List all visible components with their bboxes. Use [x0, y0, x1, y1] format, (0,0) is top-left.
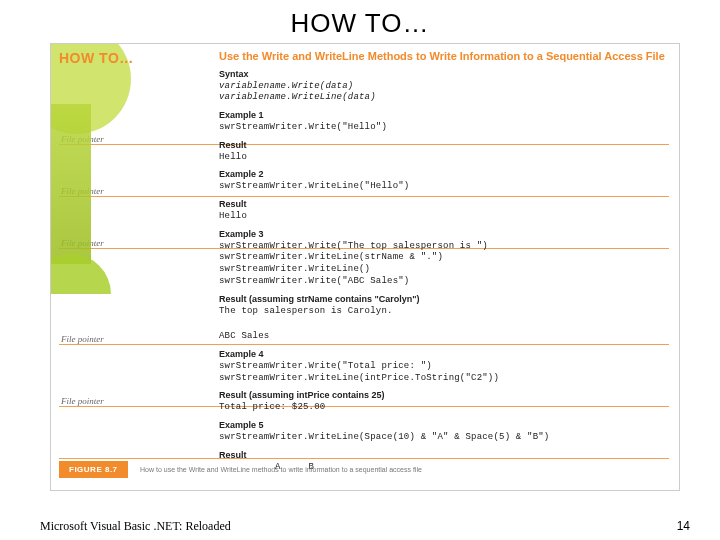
file-pointer-label: File pointer [59, 238, 104, 248]
footer-left-text: Microsoft Visual Basic .NET: Reloaded [40, 519, 231, 534]
code-line: swrStreamWriter.WriteLine("Hello") [219, 181, 669, 193]
figure-caption: FIGURE 8.7 How to use the Write and Writ… [59, 460, 669, 486]
slide-footer: Microsoft Visual Basic .NET: Reloaded 14 [40, 519, 690, 534]
syntax-line: variablename.Write(data) [219, 81, 669, 93]
figure-container: HOW TO… File pointer File pointer File p… [50, 43, 680, 491]
example-heading: Example 5 [219, 420, 669, 430]
left-column: HOW TO… [59, 50, 209, 70]
result-line: Hello [219, 152, 669, 164]
syntax-line: variablename.WriteLine(data) [219, 92, 669, 104]
example-heading: Example 1 [219, 110, 669, 120]
result-line: Total price: $25.00 [219, 402, 669, 414]
howto-label: HOW TO… [59, 50, 209, 66]
result-line: ABC Sales [219, 331, 669, 343]
result-heading: Result [219, 140, 669, 150]
example-heading: Example 2 [219, 169, 669, 179]
slide-title: HOW TO… [0, 8, 720, 39]
code-line: swrStreamWriter.Write("The top salespers… [219, 241, 669, 253]
file-pointer-label: File pointer [59, 186, 104, 196]
code-line: swrStreamWriter.WriteLine(strName & ".") [219, 252, 669, 264]
result-heading: Result [219, 450, 669, 460]
code-line: swrStreamWriter.Write("Hello") [219, 122, 669, 134]
code-line: swrStreamWriter.WriteLine() [219, 264, 669, 276]
code-line: swrStreamWriter.WriteLine(Space(10) & "A… [219, 432, 669, 444]
result-line: The top salesperson is Carolyn. [219, 306, 669, 318]
file-pointer-label: File pointer [59, 134, 104, 144]
result-heading: Result [219, 199, 669, 209]
example-heading: Example 3 [219, 229, 669, 239]
code-line: swrStreamWriter.Write("ABC Sales") [219, 276, 669, 288]
figure-tag: FIGURE 8.7 [59, 461, 128, 478]
code-line: swrStreamWriter.WriteLine(intPrice.ToStr… [219, 373, 669, 385]
right-column: Use the Write and WriteLine Methods to W… [219, 50, 669, 475]
page-number: 14 [677, 519, 690, 533]
result-line: Hello [219, 211, 669, 223]
figure-caption-text: How to use the Write and WriteLine metho… [140, 466, 422, 474]
decorative-green-shape [51, 44, 171, 491]
result-line [219, 319, 669, 329]
result-heading: Result (assuming strName contains "Carol… [219, 294, 669, 304]
result-heading: Result (assuming intPrice contains 25) [219, 390, 669, 400]
example-heading: Example 4 [219, 349, 669, 359]
code-line: swrStreamWriter.Write("Total price: ") [219, 361, 669, 373]
file-pointer-label: File pointer [59, 334, 104, 344]
file-pointer-label: File pointer [59, 396, 104, 406]
topic-heading: Use the Write and WriteLine Methods to W… [219, 50, 669, 63]
syntax-heading: Syntax [219, 69, 669, 79]
